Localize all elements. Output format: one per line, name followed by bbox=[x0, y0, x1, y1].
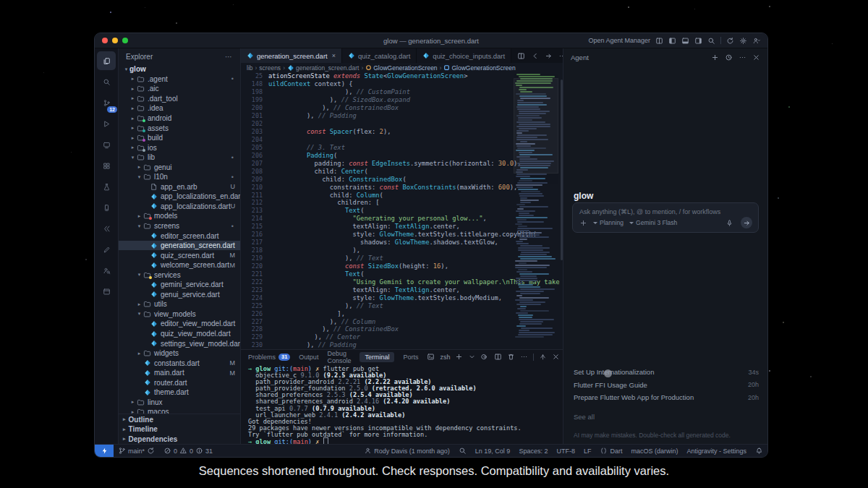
tree-item-macos[interactable]: ▸macos bbox=[119, 407, 240, 414]
tree-item-assets[interactable]: ▸assets bbox=[119, 123, 240, 133]
tree-item-genui-service-dart[interactable]: genui_service.dart bbox=[119, 290, 240, 300]
tree-chevron-icon[interactable]: ▾ bbox=[136, 311, 142, 317]
tree-item-settings-view-model-dart[interactable]: settings_view_model.dart bbox=[119, 338, 240, 348]
status-item-utf-8[interactable]: UTF-8 bbox=[552, 448, 579, 455]
trash-icon[interactable] bbox=[507, 353, 515, 361]
tree-chevron-icon[interactable]: ▸ bbox=[129, 145, 136, 150]
tree-item-l10n[interactable]: ▾l10n• bbox=[119, 172, 240, 182]
tree-chevron-icon[interactable]: ▸ bbox=[129, 409, 136, 414]
breadcrumb-item[interactable]: lib bbox=[247, 64, 253, 72]
send-button[interactable] bbox=[741, 217, 752, 228]
tree-chevron-icon[interactable]: ▸ bbox=[136, 213, 142, 219]
tree-chevron-icon[interactable]: ▸ bbox=[129, 86, 136, 92]
history-icon[interactable] bbox=[725, 53, 733, 61]
tree-chevron-icon[interactable]: ▸ bbox=[129, 399, 136, 405]
panel-tab-ports[interactable]: Ports bbox=[403, 354, 418, 361]
panel-tab-debug-console[interactable]: Debug Console bbox=[327, 350, 351, 364]
tree-item-android[interactable]: ▸android bbox=[119, 114, 240, 124]
panel-bottom-icon[interactable] bbox=[681, 37, 689, 45]
close-icon[interactable] bbox=[552, 353, 560, 361]
pin-panel-icon[interactable] bbox=[539, 353, 547, 361]
activity-bar-item-search[interactable] bbox=[97, 72, 116, 91]
new-chat-icon[interactable] bbox=[711, 53, 719, 61]
activity-bar-item-preview-window[interactable] bbox=[97, 282, 116, 301]
activity-bar-item-files[interactable] bbox=[97, 51, 116, 70]
plus-icon[interactable] bbox=[455, 353, 463, 361]
tree-chevron-icon[interactable]: ▸ bbox=[129, 106, 136, 111]
status-item-lf[interactable]: LF bbox=[579, 448, 596, 455]
open-agent-manager-button[interactable]: Open Agent Manager bbox=[588, 37, 650, 44]
tree-chevron-icon[interactable]: ▸ bbox=[129, 116, 136, 121]
agent-chat-input[interactable]: Ask anything (⌘L), @ to mention, / for w… bbox=[572, 202, 759, 233]
close-icon[interactable] bbox=[752, 53, 760, 61]
attach-plus-icon[interactable] bbox=[579, 219, 587, 227]
tree-chevron-icon[interactable]: ▾ bbox=[123, 67, 129, 72]
tree-item-models[interactable]: ▸models bbox=[119, 211, 240, 221]
see-all-link[interactable]: See all bbox=[574, 413, 595, 421]
tree-chevron-icon[interactable]: ▾ bbox=[136, 174, 142, 180]
gear-icon[interactable] bbox=[739, 37, 747, 45]
task-item[interactable]: Prepare Flutter Web App for Production20… bbox=[574, 391, 759, 404]
remote-indicator[interactable] bbox=[95, 445, 114, 457]
activity-bar-item-testing[interactable] bbox=[97, 177, 116, 196]
arrow-right-icon[interactable] bbox=[545, 52, 553, 60]
breadcrumb-item[interactable]: GlowGenerationScreen bbox=[443, 64, 515, 72]
tree-item-welcome-screen-dart[interactable]: welcome_screen.dartM bbox=[119, 260, 240, 270]
panel-tab-problems[interactable]: Problems31 bbox=[248, 354, 290, 361]
tree-item--dart-tool[interactable]: ▸.dart_tool bbox=[119, 94, 240, 104]
tree-item-editor-screen-dart[interactable]: editor_screen.dart bbox=[119, 231, 240, 241]
tree-item--idea[interactable]: ▸.idea bbox=[119, 103, 240, 114]
at-icon[interactable] bbox=[481, 353, 489, 361]
tree-item-app-localizations-dart[interactable]: app_localizations.dartU bbox=[119, 202, 240, 212]
tree-item-ios[interactable]: ▸ios bbox=[119, 142, 240, 153]
sync-icon[interactable] bbox=[726, 37, 734, 45]
tree-item-editor-view-model-dart[interactable]: editor_view_model.dart bbox=[119, 319, 240, 329]
activity-bar-item-extensions[interactable] bbox=[97, 156, 116, 175]
editor-tab-generation-screen-dart[interactable]: generation_screen.dart× bbox=[241, 48, 342, 63]
mic-icon[interactable] bbox=[726, 219, 733, 227]
panel-right-icon[interactable] bbox=[694, 37, 702, 45]
tree-item-quiz-screen-dart[interactable]: quiz_screen.dartM bbox=[119, 250, 240, 260]
tree-chevron-icon[interactable]: ▸ bbox=[129, 76, 136, 82]
status-item-ln-19-col-9[interactable]: Ln 19, Col 9 bbox=[471, 448, 515, 455]
terminal-output[interactable]: → glow git:(main) ✗ flutter pub get obje… bbox=[241, 364, 563, 444]
tree-item-genui[interactable]: ▸genui bbox=[119, 162, 240, 172]
panel-left-icon[interactable] bbox=[668, 37, 676, 45]
tree-item-screens[interactable]: ▾screens• bbox=[119, 221, 240, 231]
minimap-viewport[interactable] bbox=[514, 78, 558, 174]
status-item-dart[interactable]: Dart bbox=[595, 447, 626, 455]
tree-chevron-icon[interactable]: ▸ bbox=[136, 351, 142, 356]
status-item-rody-davis-1-month-ago-[interactable]: Rody Davis (1 month ago) bbox=[359, 447, 454, 455]
tree-item-linux[interactable]: ▸linux bbox=[119, 398, 240, 408]
status-item-macos-darwin-[interactable]: macOS (darwin) bbox=[626, 448, 682, 455]
tree-item-theme-dart[interactable]: theme.dart bbox=[119, 388, 240, 398]
status-item-search[interactable] bbox=[454, 447, 471, 455]
activity-bar-item-remote-window[interactable] bbox=[97, 135, 116, 154]
activity-bar-item-pen[interactable] bbox=[97, 240, 116, 259]
panel-tab-output[interactable]: Output bbox=[299, 354, 318, 361]
ellipsis-icon[interactable] bbox=[520, 353, 528, 361]
activity-bar-item-run-debug[interactable] bbox=[97, 114, 116, 133]
task-item[interactable]: Flutter FFI Usage Guide20h bbox=[574, 379, 759, 392]
tree-item--agent[interactable]: ▸.agent• bbox=[119, 74, 240, 85]
tree-chevron-icon[interactable]: ▸ bbox=[136, 164, 142, 170]
git-branch-status[interactable]: main* bbox=[114, 447, 159, 455]
breadcrumb-item[interactable]: generation_screen.dart bbox=[287, 64, 359, 72]
tree-item-constants-dart[interactable]: constants.dartM bbox=[119, 358, 240, 368]
breadcrumb[interactable]: lib›screens›generation_screen.dart›GlowG… bbox=[241, 63, 563, 72]
tree-item-view-models[interactable]: ▾view_models bbox=[119, 309, 240, 320]
sidebar-section-outline[interactable]: ▸Outline bbox=[119, 414, 240, 424]
tree-item-gemini-service-dart[interactable]: gemini_service.dart bbox=[119, 280, 240, 290]
tree-item-services[interactable]: ▾services bbox=[119, 270, 240, 280]
status-item-antigravity-settings[interactable]: Antigravity - Settings bbox=[682, 448, 751, 455]
task-item[interactable]: Set Up Internationalization34s bbox=[574, 366, 759, 379]
tree-item-widgets[interactable]: ▸widgets bbox=[119, 348, 240, 359]
maximize-window-button[interactable] bbox=[122, 38, 128, 43]
search-icon[interactable] bbox=[707, 37, 715, 45]
activity-bar-item-flutter[interactable] bbox=[97, 219, 116, 238]
more-icon[interactable] bbox=[739, 53, 746, 61]
tree-item-app-localizations-en-dart[interactable]: app_localizations_en.dartU bbox=[119, 192, 240, 202]
activity-bar-item-agent-search[interactable] bbox=[97, 261, 116, 280]
account-avatar-icon[interactable] bbox=[752, 37, 760, 45]
breadcrumb-item[interactable]: GlowGenerationScreen bbox=[365, 64, 437, 72]
